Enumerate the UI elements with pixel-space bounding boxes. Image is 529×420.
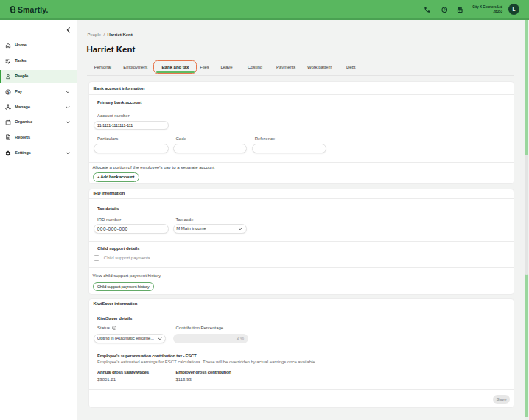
- svg-text:$: $: [7, 90, 10, 94]
- svg-text:?: ?: [443, 8, 445, 12]
